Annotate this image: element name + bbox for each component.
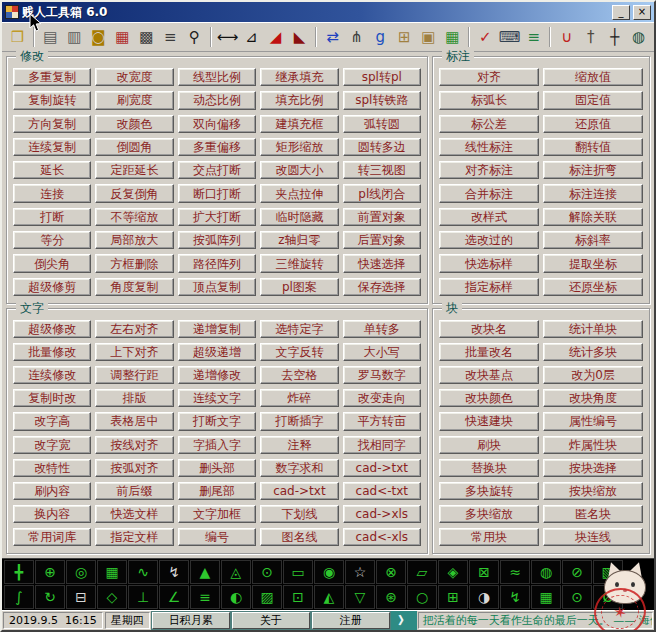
cad-symbol-icon[interactable]: ◐: [221, 585, 251, 609]
check-document-button[interactable]: ✓: [474, 25, 497, 49]
cad-symbol-icon[interactable]: ☆: [345, 560, 375, 584]
cad-symbol-icon[interactable]: ∿: [128, 560, 158, 584]
cad-symbol-icon[interactable]: ⊕: [35, 560, 65, 584]
tool-button[interactable]: 改颜色: [95, 115, 173, 133]
document-button[interactable]: ≡: [159, 25, 182, 49]
cad-symbol-icon[interactable]: ≈: [500, 560, 530, 584]
tool-button[interactable]: 平方转亩: [343, 412, 421, 430]
tool-button[interactable]: 指定文样: [95, 528, 173, 546]
tool-button[interactable]: 填充比例: [260, 91, 338, 109]
tool-button[interactable]: 合并标注: [439, 184, 539, 202]
tool-button[interactable]: 改字宽: [13, 436, 91, 454]
statistics-button[interactable]: g: [369, 25, 392, 49]
tool-button[interactable]: 表格居中: [95, 412, 173, 430]
tool-button[interactable]: 属性编号: [543, 412, 643, 430]
print-preview-button[interactable]: ▥: [63, 25, 86, 49]
tool-button[interactable]: spl转铁路: [343, 91, 421, 109]
cad-symbol-icon[interactable]: ◑: [469, 585, 499, 609]
tool-button[interactable]: 多重偏移: [178, 138, 256, 156]
tool-button[interactable]: cad<-txt: [343, 482, 421, 500]
register-button[interactable]: 注册: [312, 612, 390, 629]
tool-button[interactable]: 提取坐标: [543, 254, 643, 272]
tool-button[interactable]: 改块角度: [543, 389, 643, 407]
tool-button[interactable]: cad->txt: [343, 459, 421, 477]
tool-button[interactable]: 定距延长: [95, 161, 173, 179]
section-red-button[interactable]: ◣: [288, 25, 311, 49]
tool-button[interactable]: 批量改名: [439, 343, 539, 361]
cad-symbol-icon[interactable]: ⊞: [438, 585, 468, 609]
tool-button[interactable]: 改为0层: [543, 366, 643, 384]
tool-button[interactable]: 按弧阵列: [178, 231, 256, 249]
cad-symbol-icon[interactable]: ⊡: [283, 585, 313, 609]
tool-button[interactable]: 等分: [13, 231, 91, 249]
tool-button[interactable]: 注释: [260, 436, 338, 454]
tool-button[interactable]: 字插入字: [178, 436, 256, 454]
cad-symbol-icon[interactable]: ⊘: [562, 560, 592, 584]
tool-button[interactable]: 快速建块: [439, 412, 539, 430]
tool-button[interactable]: spl转pl: [343, 68, 421, 86]
cad-symbol-icon[interactable]: ⊗: [376, 560, 406, 584]
tool-button[interactable]: 还原坐标: [543, 278, 643, 296]
slope-red-button[interactable]: ◢: [264, 25, 287, 49]
table-button[interactable]: ▦: [111, 25, 134, 49]
tool-button[interactable]: 前置对象: [343, 208, 421, 226]
tool-button[interactable]: 不等缩放: [95, 208, 173, 226]
tool-button[interactable]: 文字反转: [260, 343, 338, 361]
calculator2-button[interactable]: ⌨: [498, 25, 522, 49]
measure-button[interactable]: ⊿: [240, 25, 263, 49]
tool-button[interactable]: 方向复制: [13, 115, 91, 133]
tool-button[interactable]: 连续文字: [178, 389, 256, 407]
cad-symbol-icon[interactable]: ◇: [97, 585, 127, 609]
magnet-button[interactable]: ∪: [555, 25, 578, 49]
tool-button[interactable]: 固定值: [543, 91, 643, 109]
tool-button[interactable]: 递增修改: [178, 366, 256, 384]
tool-button[interactable]: 反复倒角: [95, 184, 173, 202]
tool-button[interactable]: cad->xls: [343, 505, 421, 523]
tool-button[interactable]: 建填充框: [260, 115, 338, 133]
tool-button[interactable]: 统计单块: [543, 320, 643, 338]
search-button[interactable]: ⚲: [183, 25, 206, 49]
tool-button[interactable]: 连续修改: [13, 366, 91, 384]
tool-button[interactable]: 改特性: [13, 459, 91, 477]
tool-button[interactable]: 批量修改: [13, 343, 91, 361]
printer-button[interactable]: ▤: [39, 25, 62, 49]
tool-button[interactable]: 扩大打断: [178, 208, 256, 226]
tool-button[interactable]: 按线对齐: [95, 436, 173, 454]
tool-button[interactable]: 删尾部: [178, 482, 256, 500]
tool-button[interactable]: 选特定字: [260, 320, 338, 338]
tool-button[interactable]: 按弧对齐: [95, 459, 173, 477]
tool-button[interactable]: 还原值: [543, 115, 643, 133]
tool-button[interactable]: 图名线: [260, 528, 338, 546]
cad-symbol-icon[interactable]: ▦: [97, 560, 127, 584]
tool-button[interactable]: 局部放大: [95, 231, 173, 249]
tool-button[interactable]: 倒圆角: [95, 138, 173, 156]
tool-button[interactable]: 矩形缩放: [260, 138, 338, 156]
cad-symbol-icon[interactable]: ▦: [531, 585, 561, 609]
tool-button[interactable]: 去空格: [260, 366, 338, 384]
tool-button[interactable]: 转三视图: [343, 161, 421, 179]
tool-button[interactable]: 按块缩放: [543, 482, 643, 500]
tool-button[interactable]: 继承填充: [260, 68, 338, 86]
tool-button[interactable]: 改块名: [439, 320, 539, 338]
cad-symbol-icon[interactable]: ◉: [314, 560, 344, 584]
tool-button[interactable]: 常用块: [439, 528, 539, 546]
tool-button[interactable]: cad<-xls: [343, 528, 421, 546]
tool-button[interactable]: 大小写: [343, 343, 421, 361]
crosshair-button[interactable]: ┼: [603, 25, 626, 49]
cad-symbol-icon[interactable]: ⊙: [562, 585, 592, 609]
tool-button[interactable]: 单转多: [343, 320, 421, 338]
cad-symbol-icon[interactable]: ∠: [159, 585, 189, 609]
tool-button[interactable]: 连续复制: [13, 138, 91, 156]
tool-button[interactable]: 炸属性块: [543, 436, 643, 454]
tool-button[interactable]: 缩放值: [543, 68, 643, 86]
tool-button[interactable]: 改块颜色: [439, 389, 539, 407]
cad-symbol-icon[interactable]: ◭: [314, 585, 344, 609]
cad-symbol-icon[interactable]: ◈: [438, 560, 468, 584]
tool-button[interactable]: 标注折弯: [543, 161, 643, 179]
cad-symbol-icon[interactable]: ◎: [66, 560, 96, 584]
cad-symbol-icon[interactable]: ↯: [159, 560, 189, 584]
tool-button[interactable]: 改变走向: [343, 389, 421, 407]
tool-button[interactable]: cad->txt: [260, 482, 338, 500]
tool-button[interactable]: 动态比例: [178, 91, 256, 109]
tool-button[interactable]: 改圆大小: [260, 161, 338, 179]
